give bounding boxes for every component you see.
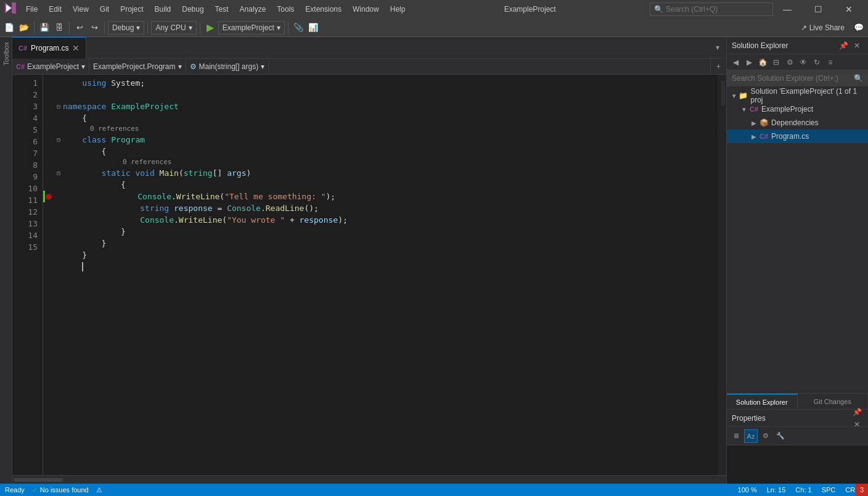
minimize-button[interactable]: — <box>773 0 801 19</box>
status-zoom[interactable]: 100 % <box>738 486 757 494</box>
tabs-settings-icon[interactable]: ▾ <box>709 37 726 59</box>
code-text-13: } <box>63 239 715 248</box>
live-share-button[interactable]: ↗ Live Share <box>795 22 851 33</box>
code-text-6: { <box>63 147 715 156</box>
collapse-namespace-button[interactable]: ⊟ <box>54 102 63 111</box>
error-badge[interactable]: 3 <box>856 484 868 496</box>
code-line-5: ⊟ class Program <box>43 134 718 146</box>
se-search-input[interactable] <box>732 74 851 83</box>
menu-git[interactable]: Git <box>95 4 114 15</box>
tab-program-cs[interactable]: C# Program.cs ✕ <box>12 37 86 59</box>
code-line-2 <box>43 89 718 101</box>
debug-config-chevron-icon: ▾ <box>136 23 140 32</box>
save-button[interactable]: 💾 <box>38 21 51 35</box>
menu-build[interactable]: Build <box>150 4 176 15</box>
feedback-button[interactable]: 💬 <box>852 21 866 35</box>
se-home-button[interactable]: 🏠 <box>756 56 769 68</box>
profiler-button[interactable]: 📊 <box>306 21 320 35</box>
props-wrench-button[interactable]: 🔧 <box>774 429 787 443</box>
collapse-main-button[interactable]: ⊟ <box>54 169 63 178</box>
close-button[interactable]: ✕ <box>835 0 863 19</box>
menu-extensions[interactable]: Extensions <box>300 4 346 15</box>
tab-label: Program.cs <box>31 44 68 52</box>
se-forward-button[interactable]: ▶ <box>743 56 755 68</box>
vertical-scrollbar[interactable] <box>718 75 726 475</box>
se-show-all-button[interactable]: 👁 <box>797 56 809 68</box>
solution-expand-icon[interactable]: ▼ <box>729 91 739 101</box>
props-alphabetical-button[interactable]: Az <box>744 429 758 443</box>
platform-label: Any CPU <box>155 23 186 32</box>
menu-analyze[interactable]: Analyze <box>235 4 271 15</box>
debug-config-dropdown[interactable]: Debug ▾ <box>108 21 144 35</box>
code-text-4: { <box>63 114 715 123</box>
tab-close-icon[interactable]: ✕ <box>72 43 80 53</box>
search-input[interactable] <box>666 5 758 14</box>
vs-logo-icon <box>5 2 16 16</box>
menu-file[interactable]: File <box>21 4 43 15</box>
status-spc[interactable]: SPC <box>822 486 836 494</box>
menu-project[interactable]: Project <box>115 4 148 15</box>
menu-tools[interactable]: Tools <box>272 4 299 15</box>
menu-view[interactable]: View <box>68 4 94 15</box>
new-project-button[interactable]: 📄 <box>2 21 16 35</box>
platform-dropdown[interactable]: Any CPU ▾ <box>151 21 196 35</box>
global-search-box[interactable]: 🔍 <box>650 2 773 16</box>
collapse-class-button[interactable]: ⊟ <box>54 136 63 144</box>
horizontal-scrollbar[interactable] <box>12 475 726 484</box>
toolbar-separator-3 <box>104 22 105 34</box>
code-text-8: { <box>63 180 715 189</box>
programcs-expand-icon[interactable]: ▶ <box>749 131 759 141</box>
undo-button[interactable]: ↩ <box>73 21 86 35</box>
redo-button[interactable]: ↪ <box>88 21 101 35</box>
tree-item-solution[interactable]: ▼ 📁 Solution 'ExampleProject' (1 of 1 pr… <box>727 89 868 102</box>
se-back-button[interactable]: ◀ <box>729 56 742 68</box>
path-method[interactable]: ⚙ Main(string[] args) ▾ <box>186 59 269 74</box>
project-expand-icon[interactable]: ▼ <box>739 104 749 114</box>
run-project-dropdown[interactable]: ExampleProject ▾ <box>218 21 285 35</box>
se-pin-button[interactable]: 📌 <box>837 39 850 52</box>
props-categories-button[interactable]: ≣ <box>729 429 743 443</box>
path-project[interactable]: C# ExampleProject ▾ <box>12 59 89 74</box>
dependencies-expand-icon[interactable]: ▶ <box>749 118 759 128</box>
menu-test[interactable]: Test <box>210 4 234 15</box>
breakpoint-9[interactable] <box>46 194 52 200</box>
tree-item-dependencies[interactable]: ▶ 📦 Dependencies <box>727 116 868 130</box>
path-class-chevron-icon: ▾ <box>178 62 182 71</box>
open-button[interactable]: 📂 <box>17 21 31 35</box>
props-settings-button[interactable]: ⚙ <box>759 429 772 443</box>
menu-debug[interactable]: Debug <box>177 4 208 15</box>
menu-help[interactable]: Help <box>385 4 411 15</box>
se-close-button[interactable]: ✕ <box>851 39 863 52</box>
toolbox-label[interactable]: Toolbox <box>1 37 11 70</box>
code-content[interactable]: using System; ⊟ namespace ExampleProject <box>43 75 718 475</box>
solution-explorer-search[interactable]: 🔍 <box>727 70 868 86</box>
save-all-button[interactable]: 🗄 <box>52 21 66 35</box>
path-class[interactable]: ExampleProject.Program ▾ <box>89 59 186 74</box>
editor-tabs-bar: C# Program.cs ✕ ▾ <box>12 37 726 59</box>
tree-item-project[interactable]: ▼ C# ExampleProject <box>727 102 868 116</box>
status-bar: Ready ✓ No issues found ⚠ 100 % Ln: 15 C… <box>0 484 868 496</box>
code-text-7: static void Main(string[] args) <box>63 168 715 178</box>
se-properties-button[interactable]: ⚙ <box>784 56 796 68</box>
se-collapse-button[interactable]: ⊟ <box>770 56 782 68</box>
properties-title: Properties <box>732 414 851 423</box>
se-tab-solution-explorer[interactable]: Solution Explorer <box>727 394 798 409</box>
menu-edit[interactable]: Edit <box>44 4 67 15</box>
status-ok-icon: ✓ <box>32 486 38 494</box>
title-bar: File Edit View Git Project Build Debug T… <box>0 0 868 19</box>
attach-button[interactable]: 📎 <box>292 21 305 35</box>
maximize-button[interactable]: ☐ <box>804 0 832 19</box>
status-right: 100 % Ln: 15 Ch: 1 SPC CRLF <box>738 486 863 494</box>
horizontal-scrollbar-thumb[interactable] <box>14 478 63 482</box>
tree-item-program-cs[interactable]: ▶ C# Program.cs <box>727 130 868 143</box>
code-editor[interactable]: 1 2 3 4 5 6 7 8 9 10 11 12 13 14 15 <box>12 75 726 475</box>
code-line-8: { <box>43 179 718 191</box>
se-filter-button[interactable]: ≡ <box>824 56 837 68</box>
se-refresh-button[interactable]: ↻ <box>811 56 823 68</box>
run-button[interactable]: ▶ <box>203 21 217 35</box>
status-issues[interactable]: ✓ No issues found <box>32 486 89 494</box>
code-text-2 <box>63 90 715 99</box>
menu-window[interactable]: Window <box>348 4 384 15</box>
props-pin-button[interactable]: 📌 <box>851 406 863 418</box>
add-editor-button[interactable]: + <box>710 59 726 75</box>
